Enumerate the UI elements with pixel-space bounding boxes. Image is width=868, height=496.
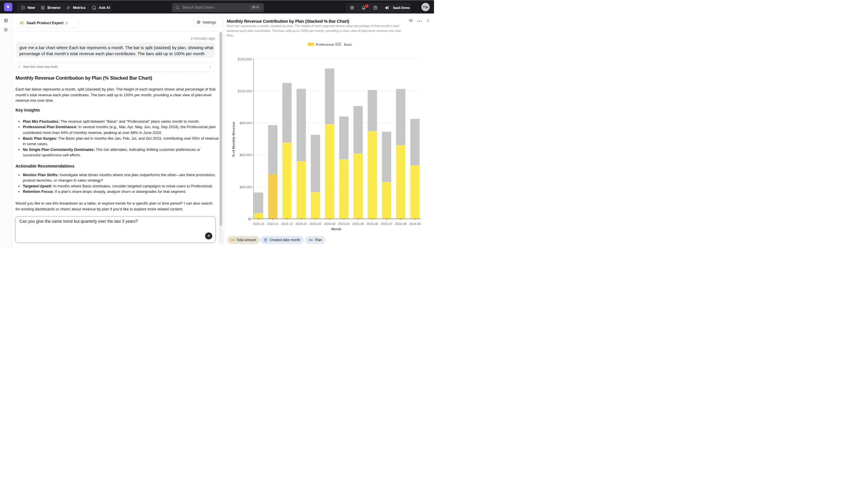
svg-text:2024-09: 2024-09 — [409, 222, 421, 226]
svg-text:$0: $0 — [248, 217, 252, 221]
svg-text:2024-04: 2024-04 — [338, 222, 350, 226]
svg-text:$120,000: $120,000 — [238, 89, 252, 93]
svg-text:2024-05: 2024-05 — [352, 222, 364, 226]
svg-text:2024-01: 2024-01 — [295, 222, 307, 226]
svg-text:2024-06: 2024-06 — [367, 222, 378, 226]
svg-text:Basic: Basic — [344, 43, 352, 46]
svg-text:2024-03: 2024-03 — [324, 222, 336, 226]
svg-text:$30,000: $30,000 — [240, 185, 252, 189]
svg-text:2024-07: 2024-07 — [381, 222, 392, 226]
svg-text:$60,000: $60,000 — [240, 153, 252, 157]
svg-text:2023-11: 2023-11 — [267, 222, 278, 226]
svg-text:Professional: Professional — [316, 43, 334, 46]
svg-text:2024-08: 2024-08 — [395, 222, 406, 226]
svg-text:% of Monthly Revenue: % of Monthly Revenue — [232, 122, 235, 157]
svg-text:Month: Month — [332, 227, 341, 231]
svg-text:$90,000: $90,000 — [240, 121, 252, 125]
svg-text:2023-12: 2023-12 — [281, 222, 293, 226]
svg-text:2024-02: 2024-02 — [310, 222, 321, 226]
svg-text:2023-10: 2023-10 — [253, 222, 264, 226]
svg-text:$150,000: $150,000 — [238, 58, 252, 61]
